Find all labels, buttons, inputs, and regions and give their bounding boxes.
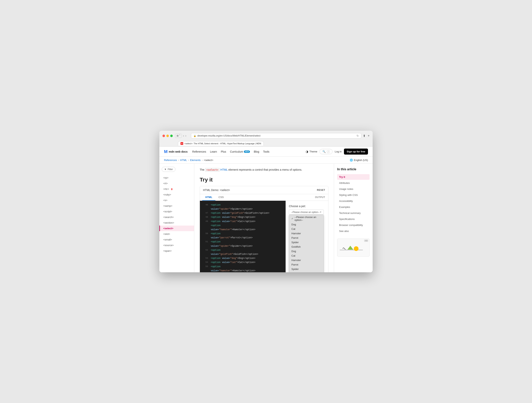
code-line: 50 <option	[200, 232, 285, 236]
dropdown-item-hamster2[interactable]: Hamster	[289, 258, 323, 262]
sidebar-item-search[interactable]: <search>	[159, 214, 194, 220]
nav-references[interactable]: References	[192, 150, 206, 153]
sidebar-item-section[interactable]: <section>	[159, 220, 194, 225]
sidebar-item-select[interactable]: <select>	[159, 225, 194, 231]
article-link-browser-compat[interactable]: Browser compatibility	[337, 222, 369, 228]
maximize-button[interactable]	[170, 134, 173, 137]
nav-curriculum[interactable]: Curriculum NEW	[230, 150, 250, 153]
section-title: Try it	[200, 177, 329, 183]
dropdown-item-dog2[interactable]: Dog	[289, 249, 323, 254]
add-tab-button[interactable]: +	[368, 134, 369, 137]
toolbar-right: ⬆ +	[363, 134, 369, 138]
back-button[interactable]: ‹	[183, 134, 184, 137]
chevron-down-icon: ▼	[320, 211, 322, 213]
filter-icon: ▼	[164, 168, 166, 171]
output-label: OUTPUT	[312, 194, 328, 200]
article-link-attributes[interactable]: Attributes	[337, 180, 369, 186]
forward-button[interactable]: ›	[185, 134, 186, 137]
tab-html[interactable]: HTML	[202, 194, 215, 200]
sidebar-item-rt[interactable]: <rt>	[159, 180, 194, 186]
html-link[interactable]: HTML	[221, 168, 228, 171]
breadcrumb-left: References › HTML › Elements › <select>	[164, 159, 213, 161]
sidebar-item-source[interactable]: <source>	[159, 243, 194, 248]
select-value: --Please choose an option--	[291, 211, 319, 213]
search-icon: 🔍	[323, 150, 326, 153]
code-line: value="hamster">Hamster</option>	[200, 269, 285, 272]
nav-learn[interactable]: Learn	[210, 150, 217, 153]
sidebar-item-script[interactable]: <script>	[159, 209, 194, 214]
code-line: value="parrot">Parrot</option>	[200, 236, 285, 240]
sidebar-item-small[interactable]: <small>	[159, 237, 194, 243]
language-button[interactable]: 🌐 English (US)	[350, 159, 368, 161]
code-panel: 46 <option value="spider">Spider</option…	[200, 201, 285, 272]
sidebar-item-ruby[interactable]: <ruby>	[159, 192, 194, 198]
description-text: The <select> HTML element represents a c…	[200, 167, 329, 172]
deprecated-icon: 🗑	[171, 188, 173, 190]
dropdown-item-parrot2[interactable]: Parrot	[289, 262, 323, 267]
nav-buttons: ‹ ›	[183, 134, 186, 137]
login-button[interactable]: Log in	[335, 150, 342, 153]
share-button[interactable]: ⬆	[363, 134, 366, 138]
select-dropdown-container: --Please choose an option-- ▼ --Please c…	[289, 210, 325, 215]
dropdown-item-cat1[interactable]: Cat	[289, 227, 323, 231]
article-link-technical-summary[interactable]: Technical summary	[337, 210, 369, 216]
article-link-accessibility[interactable]: Accessibility	[337, 198, 369, 204]
code-line: 48 <option value="dog">Dog</option>	[200, 215, 285, 219]
sidebar-item-s[interactable]: <s>	[159, 198, 194, 203]
code-line: 51 <option	[200, 240, 285, 244]
sidebar-item-rtc[interactable]: <rtc> 🗑	[159, 186, 194, 192]
minimize-button[interactable]	[166, 134, 169, 137]
dropdown-list[interactable]: --Please choose an option-- Dog Cat Hams…	[289, 215, 324, 272]
lock-icon: 🔒	[194, 134, 196, 137]
left-sidebar: ▼ Filter <rp> <rt> <rtc> 🗑 <ruby> <s> <s…	[159, 164, 194, 272]
reload-button[interactable]: ↻	[356, 134, 359, 137]
filter-button[interactable]: ▼ Filter	[162, 167, 176, 172]
article-link-specifications[interactable]: Specifications	[337, 216, 369, 222]
theme-button[interactable]: ◑ Theme	[305, 150, 317, 154]
search-button[interactable]: 🔍 /	[319, 149, 332, 154]
svg-marker-1	[348, 246, 353, 249]
demo-title: HTML Demo: <select>	[203, 188, 230, 192]
breadcrumb-elements[interactable]: Elements	[190, 159, 201, 161]
breadcrumb-html[interactable]: HTML	[180, 159, 187, 161]
dropdown-item-spider2[interactable]: Spider	[289, 267, 323, 271]
dropdown-item-goldfish2[interactable]: Goldfish	[289, 271, 323, 272]
sidebar-toggle-button[interactable]: ⊞ ˅	[175, 134, 182, 138]
nav-blog[interactable]: Blog	[254, 150, 259, 153]
signup-button[interactable]: Sign up for free	[344, 148, 368, 154]
article-link-try-it[interactable]: Try it	[337, 174, 369, 180]
nav-plus[interactable]: Plus	[221, 150, 226, 153]
dropdown-item-parrot1[interactable]: Parrot	[289, 236, 323, 240]
browser-window: ⊞ ˅ ‹ › 🔒 developer.mozilla.org/en-US/do…	[159, 131, 373, 272]
code-line: 55 <option	[200, 265, 285, 269]
dropdown-item-dog1[interactable]: Dog	[289, 222, 323, 227]
tab-title: <select>: The HTML Select element - HTML…	[184, 142, 261, 145]
sidebar-item-rp[interactable]: <rp>	[159, 175, 194, 180]
dropdown-item-cat2[interactable]: Cat	[289, 254, 323, 258]
tab-css[interactable]: CSS	[215, 194, 227, 200]
close-button[interactable]	[163, 134, 165, 137]
mdn-navigation: M mdn web docs References Learn Plus Cur…	[159, 147, 373, 157]
article-link-examples[interactable]: Examples	[337, 204, 369, 210]
code-line: value="goldfish">Goldfish</option>	[200, 252, 285, 256]
dropdown-item-goldfish1[interactable]: Goldfish	[289, 244, 323, 249]
dropdown-item-placeholder[interactable]: --Please choose an option--	[289, 215, 323, 222]
sidebar-item-slot[interactable]: <slot>	[159, 231, 194, 237]
article-link-see-also[interactable]: See also	[337, 228, 369, 234]
article-link-usage-notes[interactable]: Usage notes	[337, 186, 369, 192]
mdn-logo[interactable]: M mdn web docs	[164, 149, 188, 154]
code-line: 53 <option value="dog">Dog</option>	[200, 256, 285, 261]
breadcrumb-references[interactable]: References	[164, 159, 177, 161]
address-bar[interactable]: 🔒 developer.mozilla.org/en-US/docs/Web/H…	[191, 133, 361, 139]
article-link-styling[interactable]: Styling with CSS	[337, 192, 369, 198]
reset-button[interactable]: RESET	[317, 189, 325, 192]
dropdown-item-spider1[interactable]: Spider	[289, 240, 323, 244]
select-trigger[interactable]: --Please choose an option-- ▼	[289, 210, 324, 215]
nav-tools[interactable]: Tools	[263, 150, 270, 153]
nav-right: ◑ Theme 🔍 / Log in Sign up for free	[305, 148, 368, 154]
sidebar-item-samp[interactable]: <samp>	[159, 203, 194, 209]
active-tab[interactable]: M <select>: The HTML Select element - HT…	[178, 141, 264, 146]
sidebar-item-span[interactable]: <span>	[159, 248, 194, 254]
demo-tabs: HTML CSS OUTPUT	[200, 194, 328, 201]
dropdown-item-hamster1[interactable]: Hamster	[289, 231, 323, 236]
